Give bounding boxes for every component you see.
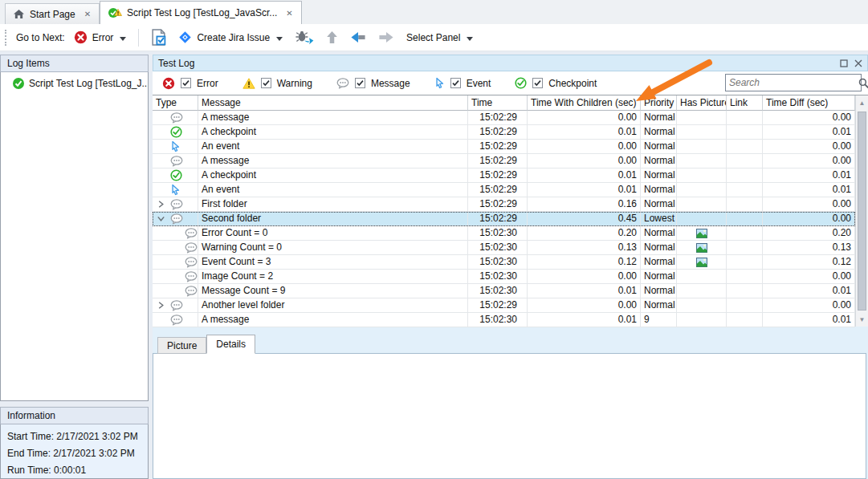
log-row[interactable]: Warning Count = 015:02:300.13Normal0.13: [153, 241, 855, 255]
message-icon: [185, 242, 198, 254]
scroll-down-icon[interactable]: ▼: [856, 313, 868, 326]
log-row[interactable]: A message15:02:290.00Normal0.00: [153, 154, 855, 168]
close-tab-icon[interactable]: ✕: [285, 9, 293, 18]
toolbar-grip[interactable]: [5, 30, 8, 46]
error-checkbox[interactable]: [181, 78, 191, 88]
filter-checkpoint: Checkpoint: [515, 77, 597, 90]
time-cell: 15:02:29: [468, 154, 528, 168]
vertical-scrollbar[interactable]: ▲ ▼: [855, 95, 868, 327]
tab-picture[interactable]: Picture: [157, 337, 206, 354]
log-row[interactable]: Event Count = 315:02:300.12Normal0.12: [153, 255, 855, 270]
filter-label: Event: [467, 78, 491, 89]
message-cell: First folder: [198, 197, 468, 212]
log-items-tree: Script Test Log [TestLog_J...: [0, 72, 149, 401]
checkpoint-icon: [170, 169, 182, 181]
filter-warning: Warning: [242, 77, 312, 90]
magnifier-icon[interactable]: [858, 78, 868, 88]
log-row[interactable]: Message Count = 915:02:300.01Normal0.01: [153, 284, 855, 298]
log-row[interactable]: A checkpoint15:02:290.01Normal0.01: [153, 125, 855, 140]
time-with-children-cell: 0.01: [528, 313, 641, 327]
type-cell: [153, 140, 198, 154]
log-row[interactable]: A message15:02:290.00Normal0.00: [153, 111, 855, 125]
log-row[interactable]: Another level folder15:02:290.00Normal0.…: [153, 298, 855, 313]
tab-label: Start Page: [30, 9, 75, 20]
message-icon: [185, 257, 198, 268]
tree-item-script-test-log[interactable]: Script Test Log [TestLog_J...: [1, 75, 148, 91]
select-panel-label: Select Panel: [406, 32, 460, 43]
event-icon: [434, 77, 445, 89]
go-to-next-error-button[interactable]: Error: [71, 29, 130, 46]
search-input[interactable]: [726, 75, 858, 90]
go-to-next-label: Go to Next:: [16, 32, 65, 43]
has-picture-cell: [677, 241, 727, 255]
log-row[interactable]: First folder15:02:290.16Normal0.00: [153, 197, 855, 212]
time-diff-cell: 0.00: [763, 154, 855, 168]
time-with-children-cell: 0.20: [528, 226, 641, 241]
tab-start-page[interactable]: Start Page ✕: [5, 3, 100, 24]
filter-message: Message: [336, 77, 410, 90]
log-row[interactable]: A message15:02:300.0190.01: [153, 313, 855, 327]
maximize-icon[interactable]: [840, 59, 848, 67]
column-header-time[interactable]: Time: [468, 95, 528, 111]
link-cell: [727, 168, 763, 183]
link-cell: [727, 255, 763, 270]
column-header-link[interactable]: Link: [727, 95, 763, 111]
priority-cell: Normal: [641, 140, 677, 154]
back-arrow-icon[interactable]: [347, 30, 369, 45]
picture-icon[interactable]: [696, 258, 707, 267]
link-cell: [727, 270, 763, 284]
tab-details[interactable]: Details: [206, 335, 255, 354]
message-cell: Warning Count = 0: [198, 241, 468, 255]
column-header-type[interactable]: Type: [153, 95, 198, 111]
chevron-down-icon: [276, 32, 283, 43]
has-picture-cell: [677, 284, 727, 298]
log-row[interactable]: An event15:02:290.00Normal0.00: [153, 140, 855, 154]
message-icon: [170, 213, 183, 225]
column-header-time-with-children-sec[interactable]: Time With Children (sec): [528, 95, 641, 111]
filter-label: Checkpoint: [548, 78, 597, 89]
column-header-message[interactable]: Message: [198, 95, 468, 111]
error-icon: [74, 30, 88, 44]
scrollbar-thumb[interactable]: [858, 112, 866, 311]
message-cell: A checkpoint: [198, 168, 468, 183]
time-cell: 15:02:30: [468, 226, 528, 241]
time-diff-cell: 0.13: [763, 241, 855, 255]
forward-arrow-icon[interactable]: [375, 30, 397, 45]
jump-to-bug-icon[interactable]: [291, 28, 317, 47]
select-panel-button[interactable]: Select Panel: [403, 30, 476, 45]
picture-icon[interactable]: [696, 243, 707, 253]
expand-icon[interactable]: [157, 201, 170, 208]
tab-script-test-log[interactable]: Script Test Log [TestLog_JavaScr... ✕: [100, 1, 302, 24]
column-header-priority[interactable]: Priority: [641, 95, 677, 111]
close-tab-icon[interactable]: ✕: [84, 10, 92, 18]
column-header-has-picture[interactable]: Has Picture: [677, 95, 727, 111]
scroll-up-icon[interactable]: ▲: [856, 96, 868, 109]
close-icon[interactable]: [854, 59, 862, 67]
warning-checkbox[interactable]: [261, 78, 271, 88]
log-row[interactable]: Error Count = 015:02:300.20Normal0.20: [153, 226, 855, 241]
log-row[interactable]: A checkpoint15:02:290.01Normal0.01: [153, 168, 855, 183]
priority-cell: Normal: [641, 298, 677, 313]
log-row[interactable]: Second folder15:02:290.45Lowest0.00: [153, 212, 855, 226]
link-cell: [727, 154, 763, 168]
checkpoint-checkbox[interactable]: [532, 78, 543, 88]
event-checkbox[interactable]: [450, 78, 461, 88]
test-log-panel: Test Log ErrorWarningMessageEventCheckpo…: [153, 55, 868, 479]
time-with-children-cell: 0.45: [528, 212, 641, 226]
message-icon: [170, 300, 183, 311]
time-diff-cell: 0.20: [763, 226, 855, 241]
time-cell: 15:02:30: [468, 270, 528, 284]
time-with-children-cell: 0.00: [528, 298, 641, 313]
expand-icon[interactable]: [157, 302, 170, 309]
picture-icon[interactable]: [696, 229, 707, 238]
create-jira-issue-button[interactable]: Create Jira Issue: [175, 29, 286, 46]
priority-cell: Normal: [641, 270, 677, 284]
log-row[interactable]: An event15:02:290.01Normal0.01: [153, 183, 855, 197]
log-row[interactable]: Image Count = 215:02:300.00Normal0.00: [153, 270, 855, 284]
up-arrow-icon[interactable]: [323, 29, 341, 46]
column-header-time-diff-sec[interactable]: Time Diff (sec): [763, 95, 855, 111]
message-checkbox[interactable]: [355, 78, 365, 88]
test-log-status-icon: [108, 6, 122, 19]
collapse-icon[interactable]: [157, 215, 170, 222]
checklist-document-icon[interactable]: [148, 27, 169, 47]
